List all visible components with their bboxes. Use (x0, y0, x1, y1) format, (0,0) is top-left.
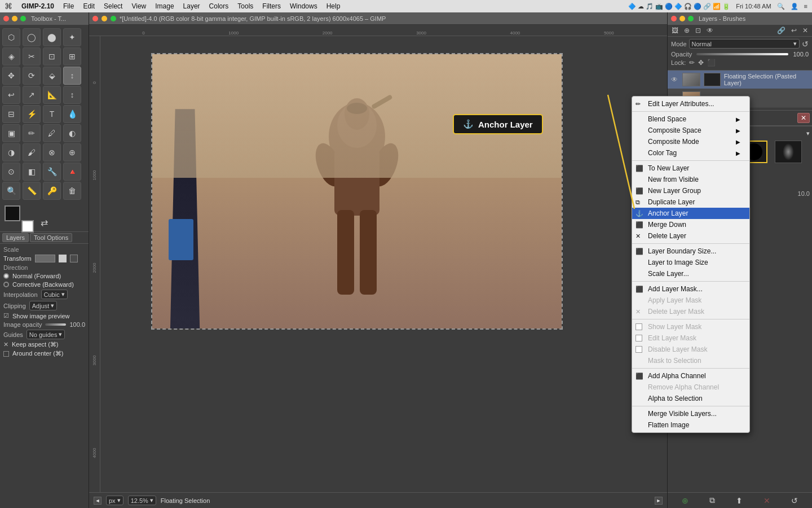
tool-blur[interactable]: ◧ (23, 163, 41, 181)
ctx-delete-layer[interactable]: ✕ Delete Layer (632, 230, 749, 242)
menu-windows[interactable]: Windows (290, 2, 317, 10)
tool-sharpen[interactable]: 🔧 (43, 163, 61, 181)
show-preview-check[interactable]: ☑ (3, 312, 9, 319)
tool-clone[interactable]: ⊙ (2, 163, 20, 181)
minimize-button[interactable] (12, 16, 17, 21)
tool-align[interactable]: ⟳ (23, 67, 41, 85)
statusbar-nav-prev[interactable]: ◄ (94, 497, 102, 505)
opacity-slider[interactable] (696, 53, 788, 55)
menu-file[interactable]: File (63, 2, 74, 10)
right-tb-rotate[interactable]: ↩ (789, 26, 798, 35)
tool-crop[interactable]: ⊟ (2, 105, 20, 123)
layer-raise-bottom-btn[interactable]: ⬆ (736, 496, 743, 505)
ctx-merge-visible[interactable]: Merge Visible Layers... (632, 408, 749, 419)
foreground-color-swatch[interactable] (5, 205, 20, 221)
tool-select-by-color[interactable]: ◈ (2, 47, 20, 65)
layers-panel-icon[interactable]: 🖼 (670, 26, 680, 35)
right-tb-close[interactable]: ✕ (801, 26, 810, 35)
tool-airbrush[interactable]: ◑ (2, 143, 20, 161)
right-tb-eye[interactable]: 👁 (705, 26, 715, 35)
channels-icon[interactable]: ⊕ (682, 26, 691, 35)
direction-forward-radio[interactable] (3, 273, 9, 279)
tool-measure[interactable]: 📏 (23, 182, 41, 200)
statusbar-zoom-select[interactable]: 12.5% ▾ (128, 496, 156, 505)
transform-white-icon[interactable] (59, 255, 67, 262)
ctx-new-layer-group[interactable]: ⬛ New Layer Group (632, 185, 749, 196)
tool-flip[interactable]: ↕ (63, 86, 81, 104)
background-color-swatch[interactable] (21, 220, 34, 233)
ctx-edit-layer-attrs[interactable]: ✏ Edit Layer Attributes... (632, 98, 749, 110)
maximize-button[interactable] (20, 16, 26, 21)
ctx-merge-down[interactable]: ⬛ Merge Down (632, 219, 749, 230)
apple-menu[interactable]: ⌘ (5, 2, 12, 11)
lock-position-icon[interactable]: ✥ (698, 59, 704, 67)
tool-ink[interactable]: 🖌 (23, 143, 41, 161)
statusbar-unit-select[interactable]: px ▾ (106, 496, 123, 505)
right-panel-minimize[interactable] (679, 16, 685, 21)
menu-filters[interactable]: Filters (262, 2, 281, 10)
guides-select[interactable]: No guides ▾ (27, 330, 65, 339)
layer-delete-bottom-btn[interactable]: ✕ (764, 496, 770, 505)
tool-color-picker[interactable]: 🔍 (2, 182, 20, 200)
ctx-add-alpha[interactable]: ⬛ Add Alpha Channel (632, 370, 749, 382)
paths-icon[interactable]: ⊡ (694, 26, 703, 35)
right-panel-maximize[interactable] (688, 16, 694, 21)
swap-colors-icon[interactable]: ⇄ (41, 217, 48, 228)
tab-layers[interactable]: Layers (2, 233, 29, 242)
ctx-composite-space[interactable]: Composite Space ▶ (632, 125, 749, 136)
brushes-collapse-icon[interactable]: ▾ (806, 130, 810, 137)
ctx-duplicate-layer[interactable]: ⧉ Duplicate Layer (632, 196, 749, 208)
menu-layer[interactable]: Layer (183, 2, 200, 10)
tool-scissor[interactable]: ✂ (23, 47, 41, 65)
tool-paintbrush[interactable]: 🖊 (43, 124, 61, 142)
right-panel-close[interactable] (671, 16, 677, 21)
tool-ellipse-select[interactable]: ◯ (23, 28, 41, 46)
layer-duplicate-bottom-btn[interactable]: ⧉ (709, 496, 715, 505)
menu-colors[interactable]: Colors (209, 2, 229, 10)
close-button[interactable] (3, 16, 9, 21)
canvas-close-btn[interactable] (92, 16, 98, 21)
tool-zoom[interactable]: 🔑 (43, 182, 61, 200)
ctx-scale-layer[interactable]: Scale Layer... (632, 268, 749, 279)
tool-eraser[interactable]: ◐ (63, 124, 81, 142)
menu-view[interactable]: View (131, 2, 146, 10)
tool-move[interactable]: ✥ (2, 67, 20, 85)
tool-text[interactable]: T (43, 105, 61, 123)
direction-corrective-radio[interactable] (3, 282, 9, 287)
ctx-add-layer-mask[interactable]: ⬛ Add Layer Mask... (632, 283, 749, 295)
ctx-layer-to-image[interactable]: Layer to Image Size (632, 257, 749, 268)
around-center-check[interactable] (3, 351, 9, 357)
tool-fuzzy-select[interactable]: ✦ (63, 28, 81, 46)
canvas-minimize-btn[interactable] (102, 16, 107, 21)
tool-foreground-select[interactable]: ⊡ (43, 47, 61, 65)
ctx-blend-space[interactable]: Blend Space ▶ (632, 113, 749, 125)
menu-tools[interactable]: Tools (237, 2, 253, 10)
tool-free-select2[interactable]: ⬤ (43, 28, 61, 46)
menu-gimp[interactable]: GIMP-2.10 (21, 2, 54, 10)
menu-edit[interactable]: Edit (83, 2, 95, 10)
mode-reset-icon[interactable]: ↺ (802, 40, 809, 49)
canvas-maximize-btn[interactable] (111, 16, 116, 21)
menu-image[interactable]: Image (155, 2, 174, 10)
keep-aspect-check[interactable]: ✕ (3, 341, 8, 348)
tool-smudge[interactable]: ⊗ (43, 143, 61, 161)
tool-pencil[interactable]: ✏ (23, 124, 41, 142)
clipping-select[interactable]: Adjust ▾ (29, 301, 58, 310)
tool-bucket-fill[interactable]: 💧 (63, 105, 81, 123)
canvas-image[interactable] (151, 53, 563, 330)
tool-extra[interactable]: 🗑 (63, 182, 81, 200)
layer-refresh-btn[interactable]: ↺ (791, 496, 798, 505)
tab-tool-options[interactable]: Tool Options (30, 233, 72, 242)
ctx-alpha-to-selection[interactable]: Alpha to Selection (632, 393, 749, 404)
tool-scale[interactable]: ↕ (63, 67, 81, 85)
transform-dark-icon[interactable] (70, 255, 78, 262)
transform-icon[interactable] (35, 255, 55, 262)
user-icon[interactable]: 👤 (791, 3, 798, 10)
tool-free-select[interactable]: ⬡ (2, 28, 20, 46)
ctx-color-tag[interactable]: Color Tag ▶ (632, 147, 749, 159)
ctx-to-new-layer[interactable]: ⬛ To New Layer (632, 163, 749, 174)
tool-rotate[interactable]: ↗ (23, 86, 41, 104)
ctx-composite-mode[interactable]: Composite Mode ▶ (632, 136, 749, 147)
tool-transform[interactable]: ⬙ (43, 67, 61, 85)
tool-gradient[interactable]: ▣ (2, 124, 20, 142)
